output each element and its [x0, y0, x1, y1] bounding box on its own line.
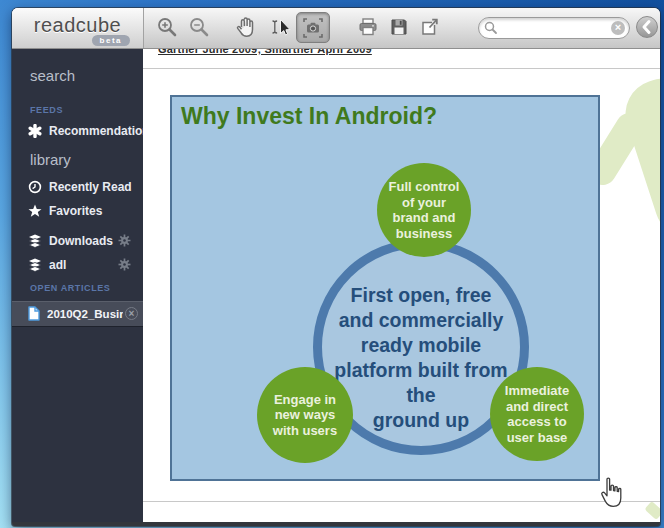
sidebar-item-label: adl — [49, 258, 66, 272]
hand-tool-icon[interactable] — [234, 16, 258, 38]
layers-icon — [28, 258, 42, 272]
open-article-title: 2010Q2_Busin… — [47, 308, 123, 320]
sidebar: search FEEDS Recommendations library Rec… — [12, 49, 143, 522]
clipped-citation-line: Gartner June 2009; Smartner April 2009 — [158, 49, 458, 58]
sidebar-item-search[interactable]: search — [30, 67, 75, 84]
header-bar: readcube beta — [12, 8, 660, 49]
open-article-tab[interactable]: 2010Q2_Busin… × — [12, 301, 143, 327]
page-separator — [143, 501, 660, 502]
layers-icon — [28, 234, 42, 248]
bubble-immediate: Immediate and direct access to user base — [490, 367, 584, 461]
zoom-in-icon[interactable] — [156, 16, 178, 38]
print-icon[interactable] — [357, 16, 379, 38]
clock-icon — [28, 180, 42, 194]
android-watermark-corner — [644, 501, 660, 520]
page-separator — [143, 68, 660, 69]
library-section-header: library — [30, 151, 71, 168]
toolbar-search: × — [478, 17, 630, 39]
slide: Why Invest In Android? First open, free … — [170, 95, 600, 481]
app-logo: readcube — [12, 14, 143, 37]
hand-cursor-icon — [596, 477, 626, 517]
beta-badge: beta — [92, 35, 130, 46]
zoom-out-icon[interactable] — [188, 16, 210, 38]
toolbar: × — [144, 8, 660, 48]
sidebar-item-favorites[interactable]: Favorites — [28, 203, 137, 219]
logo-panel: readcube beta — [12, 8, 144, 48]
gear-icon[interactable] — [118, 258, 131, 274]
bubble-full-control: Full control of your brand and business — [377, 163, 471, 257]
pdf-viewer[interactable]: Gartner June 2009; Smartner April 2009 W… — [143, 49, 660, 522]
sidebar-item-label: Recommendations — [49, 124, 156, 138]
clear-search-icon[interactable]: × — [611, 21, 625, 35]
star-icon — [28, 204, 42, 218]
search-icon — [484, 21, 498, 39]
save-icon[interactable] — [388, 16, 410, 38]
sidebar-item-adl[interactable]: adl — [28, 257, 137, 273]
sidebar-item-label: Favorites — [49, 204, 102, 218]
feeds-section-label: FEEDS — [30, 105, 63, 115]
text-select-tool-icon[interactable] — [270, 16, 292, 38]
sidebar-item-recommendations[interactable]: Recommendations — [28, 123, 137, 139]
asterisk-icon — [28, 124, 42, 138]
slide-title: Why Invest In Android? — [181, 103, 437, 130]
open-articles-section-label: OPEN ARTICLES — [30, 283, 110, 293]
close-icon[interactable]: × — [125, 307, 138, 320]
open-external-icon[interactable] — [418, 16, 440, 38]
snapshot-tool-button[interactable] — [296, 12, 330, 43]
sidebar-item-recently-read[interactable]: Recently Read — [28, 179, 137, 195]
gear-icon[interactable] — [118, 234, 131, 250]
sidebar-item-downloads[interactable]: Downloads — [28, 233, 137, 249]
sidebar-item-label: Downloads — [49, 234, 113, 248]
document-icon — [28, 306, 40, 323]
sidebar-item-label: Recently Read — [49, 180, 132, 194]
readcube-window: readcube beta — [12, 8, 660, 526]
bubble-engage: Engage in new ways with users — [257, 367, 353, 463]
search-input[interactable] — [503, 20, 607, 38]
collapse-back-button[interactable] — [636, 16, 658, 38]
